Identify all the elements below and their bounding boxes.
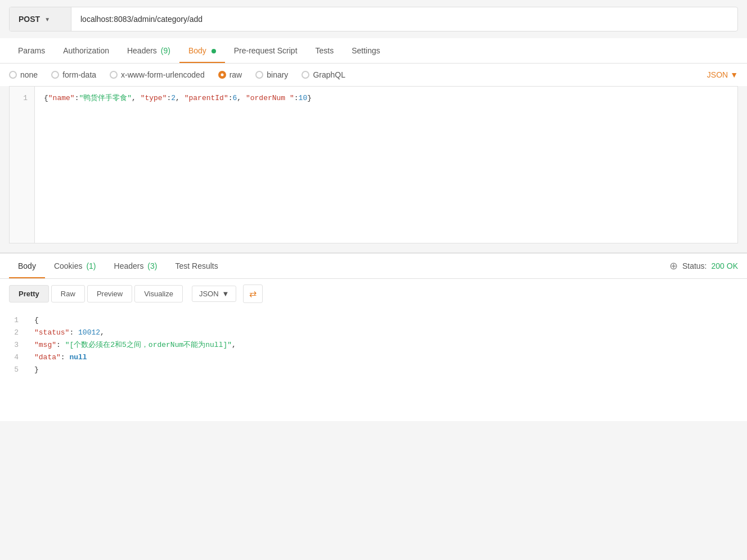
type-value: 2 [171,94,176,102]
resp-line-3: "msg": "[个数必须在2和5之间，orderNum不能为null]", [34,339,738,351]
body-dot [212,49,216,53]
radio-urlencoded [110,71,118,79]
open-brace: { [44,94,48,102]
json-select-wrapper[interactable]: JSON ▼ [707,70,738,79]
response-tabs-row: Body Cookies (1) Headers (3) Test Result… [0,254,747,279]
resp-tab-body[interactable]: Body [9,254,45,278]
globe-icon[interactable]: ⊕ [669,260,678,272]
option-binary[interactable]: binary [255,70,288,79]
response-toolbar: Pretty Raw Preview Visualize JSON ▼ ⇄ [0,279,747,309]
radio-binary [255,71,263,79]
type-key: "type" [141,94,167,102]
request-line-numbers: 1 [10,87,35,243]
response-editor-content: { "status": 10012, "msg": "[个数必须在2和5之间，o… [25,309,747,410]
resp-tab-cookies[interactable]: Cookies (1) [45,254,105,278]
tab-tests[interactable]: Tests [307,38,343,63]
radio-graphql [302,71,309,79]
wrap-icon: ⇄ [249,288,256,299]
status-ok: 200 OK [712,261,738,270]
method-dropdown-icon: ▼ [44,16,50,22]
ordernum-value: 10 [299,94,308,102]
name-value: "鸭货伴手零食" [79,94,132,102]
resp-line-num-1: 1 [0,314,25,327]
view-btn-raw[interactable]: Raw [51,285,85,302]
resp-tab-headers[interactable]: Headers (3) [105,254,166,278]
resp-line-num-2: 2 [0,327,25,339]
resp-tab-testresults[interactable]: Test Results [166,254,227,278]
option-none[interactable]: none [9,70,38,79]
response-editor: 1 2 3 4 5 { "status": 10012, "msg": "[个数… [0,309,747,421]
url-input[interactable] [71,15,737,24]
tab-headers[interactable]: Headers (9) [118,38,179,63]
resp-line-num-5: 5 [0,364,25,376]
radio-form-data [51,71,59,79]
wrap-button[interactable]: ⇄ [243,284,263,303]
json-dropdown-icon: ▼ [730,70,738,79]
response-format-select[interactable]: JSON ▼ [192,286,237,302]
name-key: "name" [48,94,75,102]
resp-line-num-4: 4 [0,351,25,364]
resp-line-num-3: 3 [0,339,25,351]
option-raw[interactable]: raw [218,70,242,79]
method-label: POST [19,15,40,24]
request-editor-content[interactable]: {"name":"鸭货伴手零食", "type":2, "parentId":6… [35,87,737,243]
headers-badge: (9) [161,46,170,55]
resp-line-5: } [34,364,738,376]
body-options: none form-data x-www-form-urlencoded raw… [0,64,747,86]
option-urlencoded[interactable]: x-www-form-urlencoded [110,70,205,79]
method-select[interactable]: POST ▼ [10,7,71,31]
status-area: ⊕ Status: 200 OK [669,260,738,272]
tab-authorization[interactable]: Authorization [54,38,118,63]
req-line-num-1: 1 [10,92,34,105]
resp-line-2: "status": 10012, [34,327,738,339]
ordernum-key: "orderNum " [246,94,294,102]
tab-prerequest[interactable]: Pre-request Script [225,38,307,63]
resp-line-1: { [34,314,738,327]
view-btn-visualize[interactable]: Visualize [134,285,183,302]
tab-settings[interactable]: Settings [343,38,389,63]
json-format-label: JSON [707,70,728,79]
status-label: Status: [682,261,707,270]
radio-raw [218,71,226,79]
parentid-key: "parentId" [184,94,228,102]
view-btn-pretty[interactable]: Pretty [9,285,49,302]
radio-none [9,71,17,79]
close-brace: } [307,94,312,102]
tab-body[interactable]: Body [179,38,225,63]
response-line-numbers: 1 2 3 4 5 [0,309,25,410]
request-editor: 1 {"name":"鸭货伴手零食", "type":2, "parentId"… [9,86,738,243]
option-graphql[interactable]: GraphQL [302,70,345,79]
response-section: Body Cookies (1) Headers (3) Test Result… [0,252,747,421]
cookies-badge: (1) [86,261,96,270]
format-dropdown-icon: ▼ [222,290,230,298]
url-bar: POST ▼ [9,7,738,31]
option-form-data[interactable]: form-data [51,70,96,79]
tab-params[interactable]: Params [9,38,54,63]
resp-line-4: "data": null [34,351,738,364]
request-tabs-row: Params Authorization Headers (9) Body Pr… [0,38,747,64]
resp-headers-badge: (3) [147,261,157,270]
view-btn-preview[interactable]: Preview [87,285,132,302]
req-line-1: {"name":"鸭货伴手零食", "type":2, "parentId":6… [44,92,728,105]
